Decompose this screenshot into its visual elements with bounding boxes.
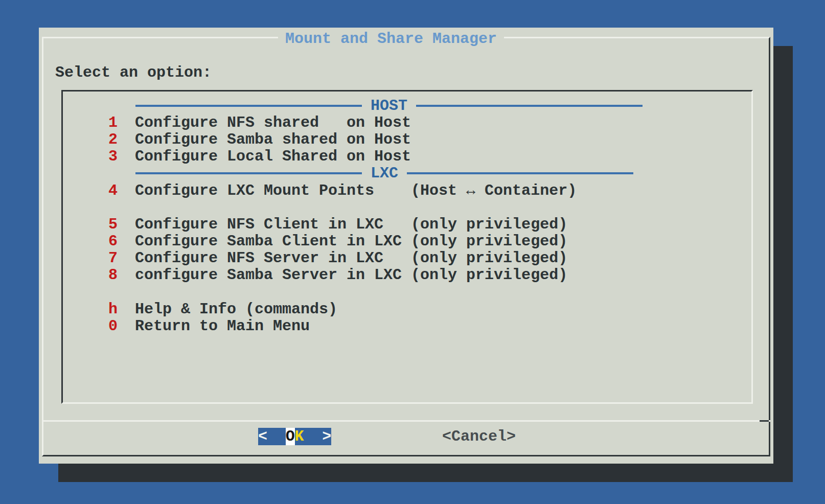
menu-item-label: configure Samba Server in LXC (only priv… [135, 266, 567, 284]
terminal-screen: { "window": { "title": "Mount and Share … [0, 0, 825, 504]
menu-item-tag: 2 [108, 131, 118, 148]
button-area-separator-end [760, 420, 769, 422]
menu-item-label: Configure Samba shared on Host [135, 131, 411, 148]
menu-item-7[interactable]: 7Configure NFS Server in LXC (only privi… [63, 250, 751, 267]
menu-blank-row [63, 284, 751, 301]
section-label: HOST [362, 97, 416, 114]
menu-item-3[interactable]: 3Configure Local Shared on Host [63, 148, 751, 165]
section-separator-host: HOST [135, 97, 643, 114]
menu-item-6[interactable]: 6Configure Samba Client in LXC (only pri… [63, 233, 751, 250]
dialog-title: Mount and Share Manager [278, 31, 504, 48]
menu-item-label: Configure NFS Client in LXC (only privil… [135, 216, 567, 233]
menu-item-tag: 1 [108, 114, 118, 131]
menu-item-0[interactable]: 0Return to Main Menu [63, 317, 751, 334]
ok-button-right-bracket: > [322, 428, 331, 445]
menu-item-tag: 4 [108, 182, 118, 199]
menu-item-1[interactable]: 1Configure NFS shared on Host [63, 114, 751, 131]
ok-button-pad [267, 428, 277, 445]
button-area-separator [42, 420, 770, 422]
cancel-button[interactable]: <Cancel> [442, 428, 516, 445]
menu-item-label: Return to Main Menu [135, 317, 310, 335]
ok-button-pad [313, 428, 322, 445]
menu-blank-row [63, 199, 751, 216]
menu-item-tag: 3 [108, 148, 118, 165]
menu-item-2[interactable]: 2Configure Samba shared on Host [63, 131, 751, 148]
menu-item-label: Configure Samba Client in LXC (only priv… [135, 233, 567, 250]
menu-item-tag: 8 [108, 266, 118, 284]
menu-item-label: Help & Info (commands) [135, 301, 337, 318]
menu-item-tag: 6 [108, 233, 118, 250]
ok-button-pad [277, 428, 286, 445]
menu-item-tag: h [108, 301, 118, 318]
separator-line [407, 172, 633, 174]
menu-item-label: Configure NFS Server in LXC (only privil… [135, 249, 567, 267]
menu-item-label: Configure Local Shared on Host [135, 148, 411, 165]
menu-item-label: Configure NFS shared on Host [135, 114, 411, 131]
ok-button-label-rest: K [295, 428, 304, 445]
menu-item-4[interactable]: 4Configure LXC Mount Points (Host ↔ Cont… [63, 182, 751, 199]
section-separator-lxc: LXC [135, 165, 633, 182]
ok-button-pad [304, 428, 313, 445]
prompt-text: Select an option: [55, 64, 212, 81]
menu-item-label: Configure LXC Mount Points (Host ↔ Conta… [135, 182, 577, 199]
menu-list: HOST1Configure NFS shared on Host2Config… [61, 90, 753, 404]
separator-line [135, 172, 362, 174]
menu-item-tag: 5 [108, 216, 118, 233]
ok-button-left-bracket: < [258, 428, 267, 445]
menu-item-8[interactable]: 8configure Samba Server in LXC (only pri… [63, 267, 751, 284]
menu-item-tag: 7 [108, 249, 118, 267]
separator-line [135, 105, 362, 107]
menu-item-tag: 0 [108, 317, 118, 335]
ok-button[interactable]: < O K > [258, 428, 331, 445]
separator-line [416, 105, 643, 107]
dialog-window: Mount and Share Manager Select an option… [39, 28, 773, 464]
ok-button-cursor-cell: O [286, 428, 295, 445]
menu-item-h[interactable]: hHelp & Info (commands) [63, 301, 751, 317]
section-label: LXC [362, 165, 407, 182]
menu-item-5[interactable]: 5Configure NFS Client in LXC (only privi… [63, 216, 751, 233]
